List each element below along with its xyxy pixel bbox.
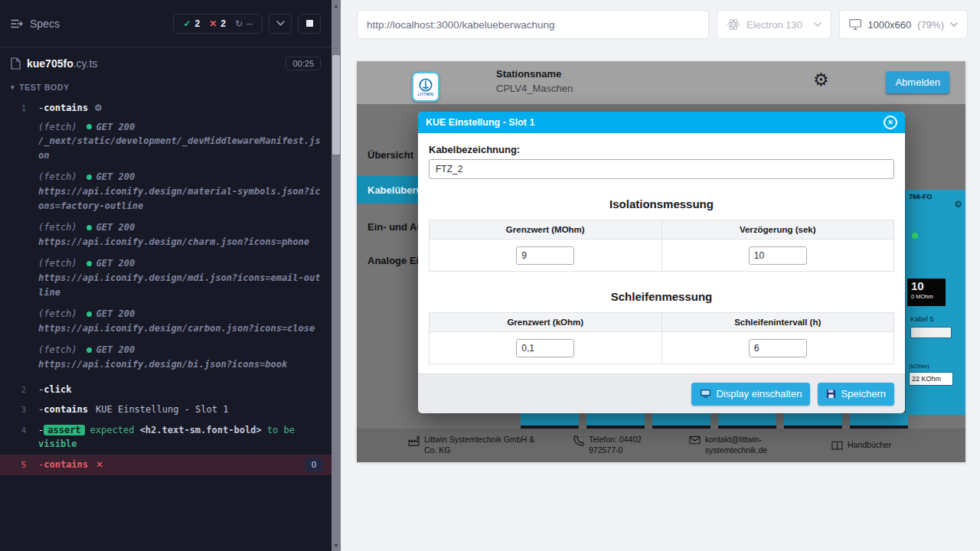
command-method: contains xyxy=(44,404,88,415)
command-contains-failed[interactable]: 5 -contains✕ 0 xyxy=(0,455,332,475)
fetch-log-entry[interactable]: (fetch)GET 200 https://api.iconify.desig… xyxy=(38,256,322,299)
slot-button[interactable] xyxy=(718,413,776,429)
fetch-log-entry[interactable]: (fetch)GET 200 https://api.iconify.desig… xyxy=(38,307,322,335)
logo-text: LITTWIN xyxy=(418,93,433,96)
command-log: 1 -contains⚙ (fetch)GET 200 /_next/stati… xyxy=(0,98,332,551)
collapse-runs-button[interactable] xyxy=(269,14,292,34)
command-contains-1[interactable]: 1 -contains⚙ xyxy=(0,98,332,119)
app-footer: Littwin Systemtechnik GmbH & Co. KG Tele… xyxy=(357,429,965,462)
test-body-toggle[interactable]: ▾ TEST BODY xyxy=(0,77,332,98)
assert-selector: <h2.text-sm.font-bold> xyxy=(140,425,262,435)
cable-designation-input[interactable] xyxy=(429,159,894,179)
fetch-status: GET 200 xyxy=(96,343,136,357)
command-click[interactable]: 2 -click xyxy=(0,380,332,400)
fetch-url: /_next/static/development/_devMiddleware… xyxy=(38,134,322,162)
cable-label: Kabel 5 xyxy=(910,315,934,323)
kohm-value-field[interactable]: 22 KOhm xyxy=(909,372,953,386)
fetch-url: https://api.iconify.design/bi.json?icons… xyxy=(38,357,322,372)
status-dot-icon xyxy=(87,124,92,129)
reporter-scrollbar[interactable]: ▲ ▼ xyxy=(332,0,341,551)
phone-icon xyxy=(573,435,584,446)
slot-gear-icon[interactable]: ⚙ xyxy=(954,199,962,210)
fetch-label: (fetch) xyxy=(38,307,77,321)
command-number: 3 xyxy=(0,403,38,416)
logout-button[interactable]: Abmelden xyxy=(886,71,949,93)
fetch-status: GET 200 xyxy=(96,120,136,135)
browser-select[interactable]: Electron 130 xyxy=(717,10,831,39)
loop-heading: Schleifenmessung xyxy=(429,290,894,303)
station-info: Stationsname CPLV4_Maschen xyxy=(496,68,573,94)
fetch-url: https://api.iconify.design/carbon.json?i… xyxy=(38,321,322,336)
scroll-down-icon[interactable]: ▼ xyxy=(334,540,339,551)
url-input[interactable] xyxy=(357,10,709,39)
status-dot-icon xyxy=(87,261,92,266)
x-icon: ✕ xyxy=(209,19,217,28)
loop-interval-input[interactable] xyxy=(749,339,807,357)
slot-button[interactable] xyxy=(784,413,842,429)
assert-badge: assert xyxy=(44,425,84,435)
element-count-badge: 0 xyxy=(305,458,322,472)
viewport-icon xyxy=(849,18,861,31)
cable-designation-label: Kabelbezeichnung: xyxy=(429,144,894,155)
settings-gear-icon[interactable]: ⚙ xyxy=(813,70,829,90)
slot-button[interactable] xyxy=(850,413,908,429)
display-on-button[interactable]: Display einschalten xyxy=(691,383,810,406)
failed-count: 2 xyxy=(220,18,226,29)
scrollbar-thumb[interactable] xyxy=(332,55,340,155)
check-icon: ✓ xyxy=(183,19,191,28)
modal-header: KUE Einstellung - Slot 1 ✕ xyxy=(418,112,905,133)
manuals-text: Handbücher xyxy=(848,440,891,451)
scroll-up-icon[interactable]: ▲ xyxy=(334,0,339,11)
app-under-test: LITTWIN Stationsname CPLV4_Maschen ⚙ Abm… xyxy=(357,61,965,462)
stop-run-button[interactable] xyxy=(298,14,321,34)
fetch-log-entry[interactable]: (fetch)GET 200 https://api.iconify.desig… xyxy=(38,343,322,371)
footer-manuals[interactable]: Handbücher xyxy=(831,440,891,451)
isolation-limit-input[interactable] xyxy=(516,246,574,265)
stop-icon xyxy=(306,20,313,27)
fetch-label: (fetch) xyxy=(38,120,77,135)
spec-extension: .cy.ts xyxy=(74,57,98,70)
command-number: 1 xyxy=(0,101,38,115)
reporter-controls: ✓2 ✕2 ↻-- xyxy=(173,14,321,34)
specs-label: Specs xyxy=(30,18,60,30)
company-text: Littwin Systemtechnik GmbH & Co. KG xyxy=(424,435,539,455)
save-label: Speichern xyxy=(841,388,886,399)
company-logo: LITTWIN xyxy=(412,72,439,102)
spec-name: kue705fo xyxy=(27,57,74,70)
cable-name-field[interactable] xyxy=(910,327,952,338)
pending-stat: ↻-- xyxy=(235,18,253,29)
logo-icon xyxy=(419,78,433,92)
assert-expected: expected xyxy=(90,425,135,435)
loop-table: Grenzwert (kOhm) Schleifenintervall (h) xyxy=(429,312,894,364)
isolation-delay-input[interactable] xyxy=(749,246,807,265)
phone-text: Telefon: 04402 972577-0 xyxy=(589,435,659,455)
save-button[interactable]: Speichern xyxy=(818,383,894,406)
loop-limit-input[interactable] xyxy=(516,339,574,357)
close-icon[interactable]: ✕ xyxy=(884,116,897,129)
x-icon: ✕ xyxy=(96,459,103,470)
command-contains-2[interactable]: 3 -containsKUE Einstellung - Slot 1 xyxy=(0,399,332,420)
slot-button[interactable] xyxy=(521,413,579,429)
display-icon xyxy=(700,389,711,399)
command-method: contains xyxy=(44,103,88,113)
viewport-select[interactable]: 1000x660 (79%) xyxy=(839,10,968,39)
fetch-label: (fetch) xyxy=(38,343,77,357)
fetch-log-entry[interactable]: (fetch)GET 200 https://api.iconify.desig… xyxy=(38,220,322,249)
chevron-down-icon xyxy=(950,22,958,27)
reporter-header: Specs ✓2 ✕2 ↻-- xyxy=(0,0,332,47)
test-stats[interactable]: ✓2 ✕2 ↻-- xyxy=(173,14,263,34)
cypress-reporter: Specs ✓2 ✕2 ↻-- kue705fo.cy.ts 00:25 ▾ T… xyxy=(0,0,332,551)
station-value: CPLV4_Maschen xyxy=(496,83,573,94)
factory-icon xyxy=(408,435,420,446)
command-assert[interactable]: 4 -assertexpected <h2.text-sm.font-bold>… xyxy=(0,420,332,455)
status-dot-icon xyxy=(912,233,918,239)
slot-button[interactable] xyxy=(652,413,710,429)
spec-row[interactable]: kue705fo.cy.ts 00:25 xyxy=(0,47,332,77)
specs-menu-button[interactable]: Specs xyxy=(11,18,60,30)
fetch-log-entry[interactable]: (fetch)GET 200 https://api.iconify.desig… xyxy=(38,170,322,213)
col-header: Grenzwert (MOhm) xyxy=(430,220,662,240)
measurement-unit: 0 MOhm xyxy=(911,293,942,300)
slot-button[interactable] xyxy=(586,413,645,429)
fetch-log-entry[interactable]: (fetch)GET 200 /_next/static/development… xyxy=(38,120,322,163)
isolation-table: Grenzwert (MOhm) Verzögerung (sek) xyxy=(429,220,894,272)
